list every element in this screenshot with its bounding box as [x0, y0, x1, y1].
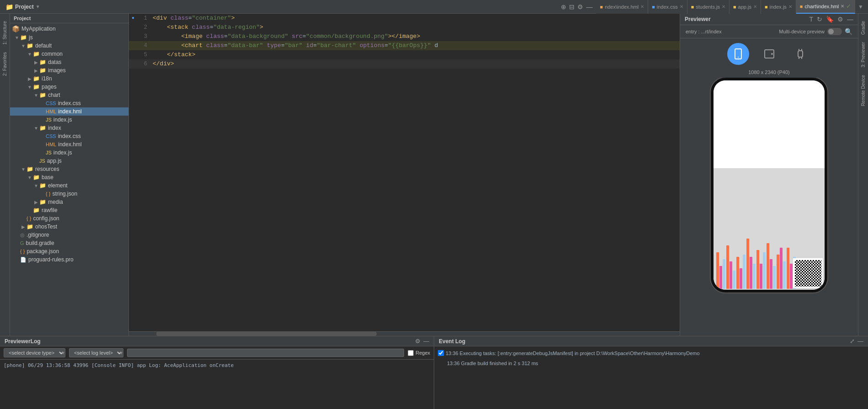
tree-node-default[interactable]: ▼ 📁 default	[10, 42, 128, 50]
svg-rect-4	[798, 51, 803, 57]
log-search-input[interactable]	[127, 349, 404, 357]
previewer-log-header: PreviewerLog ⚙ —	[0, 336, 434, 346]
editor-content[interactable]: ● 1 <div class="container"> 2 <stack cla…	[129, 14, 680, 331]
phone-device-btn[interactable]	[727, 43, 749, 65]
refresh-icon[interactable]: ↻	[817, 16, 822, 23]
multi-device-toggle[interactable]	[827, 28, 842, 35]
previewer-log-settings-icon[interactable]: ⚙	[415, 338, 421, 345]
previewer-log-close-icon[interactable]: —	[423, 338, 429, 345]
tablet-device-btn[interactable]	[758, 43, 780, 65]
line-5: 5 </stack>	[129, 50, 680, 59]
tree-node-pages[interactable]: ▼ 📁 pages	[10, 83, 128, 91]
tab-chart-index-hml[interactable]: ■ chart\index.hml ✕ ✓	[796, 0, 855, 14]
tab-students-js[interactable]: ■ students.js ✕	[687, 0, 730, 14]
tree-node-common[interactable]: ▼ 📁 common	[10, 50, 128, 58]
close-tab-5[interactable]: ✕	[841, 4, 844, 9]
line-num-4: 4	[137, 41, 151, 50]
previewer-log-panel: PreviewerLog ⚙ — <select device type> ▼ …	[0, 336, 434, 409]
tree-node-rawfile[interactable]: 📁 rawfile	[10, 206, 128, 214]
side-tab-structure[interactable]: 1: Structure	[1, 17, 9, 48]
tree-node-chart-index-js[interactable]: JS index.js	[10, 116, 128, 124]
tab-index-js[interactable]: ■ index.js ✕	[761, 0, 796, 14]
tree-node-build-gradle[interactable]: G build.gradle	[10, 239, 128, 247]
tree-node-index-index-hml[interactable]: HML index.hml	[10, 140, 128, 149]
line-code-4: <chart class="data-bar" type="bar" id="b…	[151, 41, 438, 50]
entry-path: entry : ...rt/index	[686, 29, 722, 34]
close-tab-3[interactable]: ✕	[753, 4, 757, 9]
tree-node-base[interactable]: ▼ 📁 base	[10, 173, 128, 181]
tree-node-index-index-js[interactable]: JS index.js	[10, 149, 128, 157]
regex-checkbox-label[interactable]: Regex	[408, 350, 430, 356]
previewer-minimize-icon[interactable]: —	[847, 16, 853, 23]
tree-node-index-index-css[interactable]: CSS index.css	[10, 132, 128, 140]
tree-node-index[interactable]: ▼ 📁 index	[10, 124, 128, 132]
tree-node-js[interactable]: ▼ 📁 js	[10, 33, 128, 42]
gutter-5	[129, 50, 137, 59]
tab-overflow[interactable]: ▼	[855, 0, 866, 14]
line-num-2: 2	[137, 23, 151, 32]
add-file-icon[interactable]: ⊕	[561, 3, 566, 11]
tree-node-chart-index-css[interactable]: CSS index.css	[10, 99, 128, 107]
previewer-settings-icon[interactable]: ⚙	[837, 16, 843, 23]
tree-node-string-json[interactable]: { } string.json	[10, 190, 128, 198]
bottom-area: PreviewerLog ⚙ — <select device type> ▼ …	[0, 336, 868, 409]
close-tab-1[interactable]: ✕	[680, 4, 683, 9]
close-tab-2[interactable]: ✕	[722, 4, 725, 9]
device-type-selector	[680, 38, 858, 69]
tree-node-resources[interactable]: ▼ 📁 resources	[10, 165, 128, 173]
settings-icon[interactable]: ⚙	[577, 3, 583, 11]
tab-app-js[interactable]: ■ app.js ✕	[730, 0, 761, 14]
tree-node-i18n[interactable]: ▶ 📁 i18n	[10, 74, 128, 83]
tree-node-app-js[interactable]: JS app.js	[10, 157, 128, 165]
minus-icon[interactable]: —	[586, 3, 592, 11]
side-tab-remote-device[interactable]: Remote Device	[859, 71, 867, 110]
tree-node-proguard[interactable]: 📄 proguard-rules.pro	[10, 255, 128, 264]
tree-node-package-json[interactable]: { } package.json	[10, 247, 128, 255]
sidebar-title: Project	[14, 16, 31, 21]
log-line-1: [phone] 06/29 13:36:58 43996 [Console IN…	[4, 361, 430, 370]
gutter-2	[129, 23, 137, 32]
gutter-4	[129, 41, 137, 50]
side-tab-favorites[interactable]: 2: Favorites	[1, 48, 9, 80]
tab-index-css[interactable]: ■ index.css ✕	[648, 0, 687, 14]
side-tab-previewer[interactable]: 3: Previewer	[859, 38, 867, 71]
log-output: [phone] 06/29 13:36:58 43996 [Console IN…	[0, 360, 434, 409]
tree-node-media[interactable]: ▶ 📁 media	[10, 198, 128, 206]
close-tab-0[interactable]: ✕	[640, 4, 644, 9]
event-line-1: 13:36 Executing tasks: [:entry:generateD…	[438, 348, 864, 358]
check-saved-icon: ✓	[846, 3, 851, 10]
tree-node-element[interactable]: ▼ 📁 element	[10, 181, 128, 190]
device-type-select[interactable]: <select device type>	[4, 348, 65, 357]
tree-node-datas[interactable]: ▶ 📁 datas	[10, 58, 128, 66]
tree-node-config-json[interactable]: { } config.json	[10, 214, 128, 223]
tree-node-gitignore[interactable]: ◎ .gitignore	[10, 231, 128, 239]
previewer-header: Previewer T ↻ 🔖 ⚙ —	[680, 14, 858, 25]
watch-device-btn[interactable]	[789, 43, 811, 65]
line-code-6: </div>	[151, 59, 174, 69]
tree-node-ohostest[interactable]: ▶ 📁 ohosTest	[10, 223, 128, 231]
log-level-select[interactable]: <select log level>	[69, 348, 123, 357]
zoom-out-icon[interactable]: 🔍	[845, 28, 852, 35]
line-code-1: <div class="container">	[151, 14, 235, 23]
editor-scrollbar-h[interactable]	[129, 331, 680, 336]
close-tab-4[interactable]: ✕	[788, 4, 792, 9]
tab-ndex-index-hml[interactable]: ■ ndex\index.hml ✕	[596, 0, 648, 14]
event-log-close-icon[interactable]: —	[857, 338, 863, 345]
tree-node-chart-index-hml[interactable]: HML index.hml	[10, 107, 128, 116]
file-tree-panel: Project 📦 MyApplication ▼ 📁 js ▼	[10, 14, 129, 336]
side-tab-gradle[interactable]: Gradle	[859, 17, 867, 38]
event-checkbox-1[interactable]	[438, 350, 444, 356]
tree-node-images[interactable]: ▶ 📁 images	[10, 66, 128, 74]
tree-node-chart[interactable]: ▼ 📁 chart	[10, 91, 128, 99]
line-2: 2 <stack class="data-region">	[129, 23, 680, 32]
line-6: 6 </div>	[129, 59, 680, 69]
line-code-5: </stack>	[151, 50, 196, 59]
regex-checkbox[interactable]	[408, 350, 414, 356]
split-icon[interactable]: ⊟	[569, 3, 575, 11]
event-log-expand-icon[interactable]: ⤢	[850, 338, 855, 345]
event-log-title: Event Log	[439, 338, 465, 345]
tree-node-myapp[interactable]: 📦 MyApplication	[10, 24, 128, 33]
bookmark-icon[interactable]: 🔖	[826, 16, 834, 23]
left-side-panels: 1: Structure 2: Favorites	[0, 14, 10, 336]
font-icon[interactable]: T	[809, 16, 813, 23]
